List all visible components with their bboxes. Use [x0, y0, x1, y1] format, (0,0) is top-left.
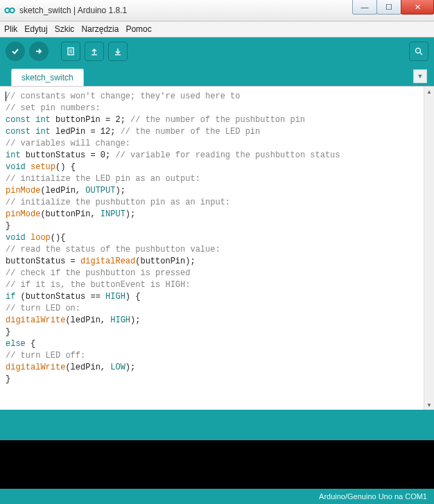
- code-line[interactable]: void loop(){: [6, 232, 421, 244]
- scroll-down-icon[interactable]: ▼: [424, 400, 434, 410]
- editor-area: // constants won't change; they're used …: [0, 86, 434, 410]
- tabbar: sketch_switch ▼: [0, 65, 434, 86]
- status-bar: Arduino/Genuino Uno na COM1: [0, 489, 434, 504]
- console[interactable]: [0, 440, 434, 489]
- menu-file[interactable]: Plik: [4, 24, 17, 34]
- sketch-tab[interactable]: sketch_switch: [11, 69, 84, 86]
- code-line[interactable]: pinMode(ledPin, OUTPUT);: [6, 185, 421, 197]
- toolbar: [0, 37, 434, 65]
- code-line[interactable]: // initialize the pushbutton pin as an i…: [6, 197, 421, 209]
- code-line[interactable]: digitalWrite(ledPin, HIGH);: [6, 315, 421, 327]
- code-line[interactable]: else {: [6, 338, 421, 350]
- code-line[interactable]: // variables will change:: [6, 138, 421, 150]
- code-line[interactable]: void setup() {: [6, 162, 421, 173]
- code-line[interactable]: if (buttonStatus == HIGH) {: [6, 291, 421, 303]
- code-line[interactable]: const int ledPin = 12; // the number of …: [6, 126, 421, 138]
- menu-help[interactable]: Pomoc: [125, 24, 151, 34]
- code-line[interactable]: const int buttonPin = 2; // the number o…: [6, 114, 421, 126]
- code-line[interactable]: // check if the pushbutton is pressed: [6, 268, 421, 279]
- menu-sketch[interactable]: Szkic: [55, 24, 75, 34]
- maximize-button[interactable]: ☐: [376, 0, 401, 15]
- code-line[interactable]: // if it is, the buttonEvent is HIGH:: [6, 279, 421, 291]
- window-title: sketch_switch | Arduino 1.8.1: [19, 6, 353, 15]
- app-window: sketch_switch | Arduino 1.8.1 — ☐ ✕ Plik…: [0, 0, 434, 504]
- code-line[interactable]: // read the status of the pushbutton val…: [6, 244, 421, 256]
- code-line[interactable]: // initialize the LED pin as an output:: [6, 173, 421, 185]
- scroll-up-icon[interactable]: ▲: [424, 87, 434, 96]
- window-controls: — ☐ ✕: [353, 0, 434, 21]
- menu-edit[interactable]: Edytuj: [24, 24, 47, 34]
- code-editor[interactable]: // constants won't change; they're used …: [0, 87, 424, 410]
- code-line[interactable]: int buttonStatus = 0; // variable for re…: [6, 150, 421, 162]
- code-line[interactable]: buttonStatus = digitalRead(buttonPin);: [6, 256, 421, 268]
- tab-menu-button[interactable]: ▼: [413, 69, 427, 83]
- code-line[interactable]: // set pin numbers:: [6, 103, 421, 114]
- code-line[interactable]: pinMode(buttonPin, INPUT);: [6, 209, 421, 220]
- minimize-button[interactable]: —: [352, 0, 377, 15]
- menubar: Plik Edytuj Szkic Narzędzia Pomoc: [0, 21, 434, 37]
- new-button[interactable]: [61, 42, 80, 61]
- message-bar: [0, 410, 434, 440]
- board-port-status: Arduino/Genuino Uno na COM1: [319, 492, 427, 501]
- code-line[interactable]: }: [6, 220, 421, 232]
- upload-button[interactable]: [29, 42, 49, 61]
- svg-line-9: [420, 53, 422, 55]
- code-line[interactable]: }: [6, 327, 421, 338]
- svg-point-0: [5, 8, 9, 12]
- menu-tools[interactable]: Narzędzia: [81, 24, 119, 34]
- svg-point-8: [416, 49, 421, 53]
- code-line[interactable]: // constants won't change; they're used …: [6, 91, 421, 103]
- code-line[interactable]: }: [6, 374, 421, 385]
- code-line[interactable]: digitalWrite(ledPin, LOW);: [6, 362, 421, 374]
- code-line[interactable]: // turn LED on:: [6, 303, 421, 315]
- close-button[interactable]: ✕: [401, 0, 434, 15]
- verify-button[interactable]: [6, 42, 25, 61]
- editor-scrollbar[interactable]: ▲ ▼: [424, 87, 434, 410]
- svg-point-1: [10, 8, 14, 12]
- titlebar[interactable]: sketch_switch | Arduino 1.8.1 — ☐ ✕: [0, 0, 434, 21]
- arduino-icon: [4, 6, 15, 15]
- open-button[interactable]: [85, 42, 104, 61]
- code-line[interactable]: // turn LED off:: [6, 350, 421, 362]
- save-button[interactable]: [108, 42, 128, 61]
- serial-monitor-button[interactable]: [409, 42, 428, 61]
